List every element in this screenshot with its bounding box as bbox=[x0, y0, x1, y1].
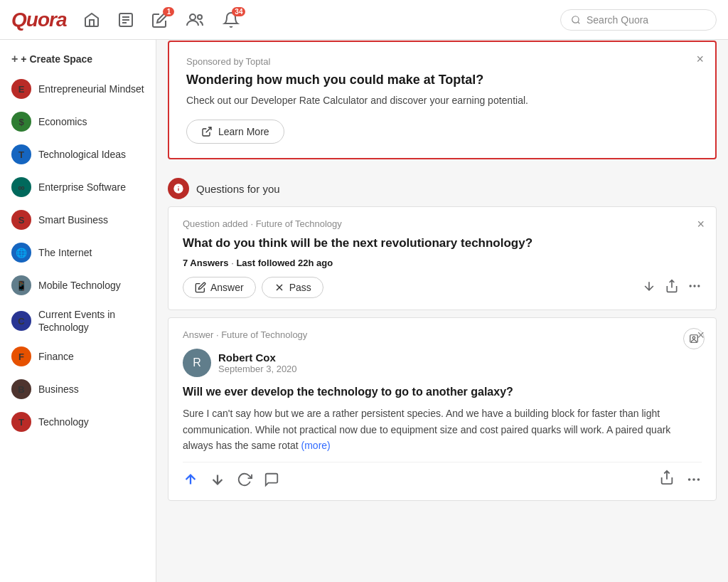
header: Quora 1 bbox=[0, 0, 728, 40]
question-stats: 7 Answers · Last followed 22h ago bbox=[183, 258, 702, 268]
sidebar-item-label: Technological Ideas bbox=[38, 148, 126, 161]
avatar: $ bbox=[11, 112, 31, 132]
answer-author: R Robert Cox September 3, 2020 bbox=[183, 349, 702, 377]
answer-actions bbox=[183, 462, 702, 489]
answer-more-link[interactable]: (more) bbox=[301, 440, 331, 451]
avatar: 📱 bbox=[11, 275, 31, 295]
ad-sponsor: Sponsored by Toptal bbox=[186, 56, 698, 67]
avatar: S bbox=[11, 210, 31, 230]
avatar: E bbox=[11, 79, 31, 99]
sidebar-item-technological-ideas[interactable]: T Technological Ideas bbox=[0, 138, 156, 171]
svg-point-5 bbox=[198, 15, 202, 19]
answer-refresh-button[interactable] bbox=[237, 472, 252, 487]
question-more-button[interactable] bbox=[687, 279, 702, 295]
quora-logo: Quora bbox=[11, 9, 66, 31]
questions-icon bbox=[168, 178, 189, 199]
answer-upvote-button[interactable] bbox=[183, 472, 198, 487]
sidebar-item-current-events-technology[interactable]: C Current Events in Technology bbox=[0, 302, 156, 340]
pass-icon bbox=[274, 282, 285, 293]
sidebar-item-label: Entrepreneurial Mindset bbox=[38, 83, 144, 95]
edit-badge: 1 bbox=[163, 7, 174, 16]
answer-close-button[interactable]: × bbox=[697, 328, 705, 343]
search-bar[interactable]: Search Quora bbox=[560, 9, 717, 31]
author-info: Robert Cox September 3, 2020 bbox=[218, 351, 297, 374]
answer-button[interactable]: Answer bbox=[183, 277, 256, 298]
avatar: T bbox=[11, 412, 31, 432]
avatar: ∞ bbox=[11, 177, 31, 197]
sidebar-item-technology[interactable]: T Technology bbox=[0, 406, 156, 438]
people-nav-icon[interactable] bbox=[186, 11, 205, 28]
avatar: T bbox=[11, 144, 31, 164]
sidebar-item-label: The Internet bbox=[38, 246, 92, 259]
answer-downvote-button[interactable] bbox=[210, 472, 225, 487]
pass-label: Pass bbox=[289, 282, 311, 293]
answer-comment-button[interactable] bbox=[264, 472, 279, 487]
search-placeholder: Search Quora bbox=[587, 14, 648, 26]
question-right-actions bbox=[642, 279, 702, 295]
answer-body: Sure I can't say how but we are a rather… bbox=[183, 406, 702, 453]
sidebar-item-the-internet[interactable]: 🌐 The Internet bbox=[0, 236, 156, 269]
svg-point-6 bbox=[572, 16, 579, 22]
sidebar-item-label: Economics bbox=[38, 115, 87, 128]
sidebar-item-label: Smart Business bbox=[38, 213, 108, 226]
answer-meta: Answer · Future of Technology bbox=[183, 329, 702, 340]
avatar: F bbox=[11, 346, 31, 366]
svg-line-7 bbox=[578, 21, 580, 23]
learn-more-label: Learn More bbox=[218, 126, 269, 137]
sidebar-item-label: Business bbox=[38, 383, 79, 396]
sidebar-item-smart-business[interactable]: S Smart Business bbox=[0, 203, 156, 236]
questions-header-label: Questions for you bbox=[196, 183, 280, 195]
answer-more-button[interactable] bbox=[686, 472, 702, 487]
question-card: Question added · Future of Technology Wh… bbox=[168, 206, 717, 310]
plus-icon: + bbox=[11, 53, 18, 65]
question-downvote-button[interactable] bbox=[642, 279, 656, 295]
question-close-button[interactable]: × bbox=[697, 217, 705, 232]
avatar: 🌐 bbox=[11, 243, 31, 263]
learn-more-button[interactable]: Learn More bbox=[186, 120, 284, 144]
answer-share-button[interactable] bbox=[659, 470, 675, 489]
sidebar-item-label: Current Events in Technology bbox=[38, 308, 144, 334]
svg-point-16 bbox=[693, 285, 695, 287]
questions-for-you-header: Questions for you bbox=[168, 168, 717, 206]
create-space-button[interactable]: + + Create Space bbox=[0, 46, 156, 73]
ad-title: Wondering how much you could make at Top… bbox=[186, 73, 698, 88]
answers-count: 7 Answers bbox=[183, 258, 229, 268]
svg-line-11 bbox=[206, 127, 211, 132]
answer-label: Answer bbox=[210, 282, 244, 293]
sidebar-item-enterprise-software[interactable]: ∞ Enterprise Software bbox=[0, 171, 156, 203]
svg-point-17 bbox=[697, 285, 700, 287]
svg-point-4 bbox=[190, 14, 196, 20]
ad-description: Check out our Developer Rate Calculator … bbox=[186, 93, 698, 108]
answer-title: Will we ever develop the technology to g… bbox=[183, 384, 702, 400]
pass-button[interactable]: Pass bbox=[262, 277, 323, 298]
header-nav: 1 34 bbox=[83, 11, 560, 28]
svg-point-19 bbox=[692, 337, 695, 339]
author-date: September 3, 2020 bbox=[218, 364, 297, 374]
edit-nav-icon[interactable]: 1 bbox=[151, 11, 168, 28]
sidebar-item-label: Finance bbox=[38, 350, 74, 363]
author-name: Robert Cox bbox=[218, 351, 297, 364]
question-share-button[interactable] bbox=[665, 279, 679, 295]
sidebar-item-business[interactable]: B Business bbox=[0, 373, 156, 406]
last-followed: Last followed 22h ago bbox=[236, 258, 333, 268]
avatar: B bbox=[11, 379, 31, 399]
answer-card: Answer · Future of Technology R Robert C… bbox=[168, 317, 717, 502]
question-meta: Question added · Future of Technology bbox=[183, 218, 702, 229]
svg-point-20 bbox=[688, 478, 691, 481]
ad-close-button[interactable]: × bbox=[696, 52, 704, 67]
sidebar-item-entrepreneurial-mindset[interactable]: E Entrepreneurial Mindset bbox=[0, 73, 156, 105]
home-nav-icon[interactable] bbox=[83, 11, 100, 28]
author-avatar: R bbox=[183, 349, 211, 377]
external-link-icon bbox=[201, 126, 213, 137]
sidebar-item-finance[interactable]: F Finance bbox=[0, 340, 156, 373]
create-space-label: + Create Space bbox=[21, 53, 92, 65]
sidebar-item-label: Mobile Technology bbox=[38, 279, 121, 292]
sidebar-item-mobile-technology[interactable]: 📱 Mobile Technology bbox=[0, 269, 156, 302]
avatar: C bbox=[11, 311, 31, 331]
sidebar-item-label: Technology bbox=[38, 416, 89, 428]
bell-nav-icon[interactable]: 34 bbox=[223, 11, 240, 28]
question-actions: Answer Pass bbox=[183, 277, 702, 298]
list-nav-icon[interactable] bbox=[117, 11, 134, 28]
sidebar-item-economics[interactable]: $ Economics bbox=[0, 105, 156, 138]
svg-point-21 bbox=[692, 478, 695, 481]
